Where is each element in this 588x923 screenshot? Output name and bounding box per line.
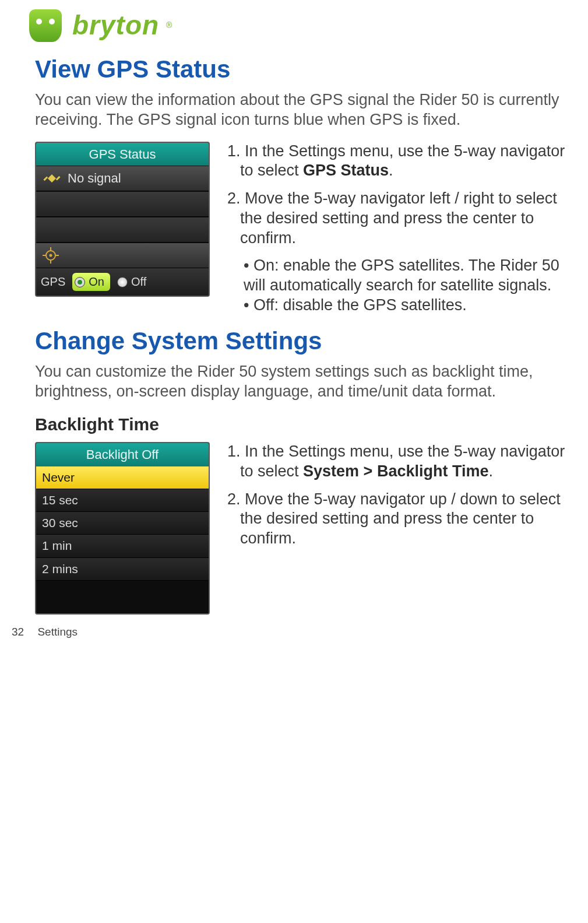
gps-radio-off[interactable]: Off: [117, 275, 146, 289]
backlight-option[interactable]: 1 min: [36, 535, 209, 557]
gps-signal-row: No signal: [36, 166, 209, 191]
gps-status-heading: View GPS Status: [35, 54, 576, 85]
system-settings-intro: You can customize the Rider 50 system se…: [35, 362, 576, 402]
gps-screen-title: GPS Status: [36, 143, 209, 166]
page-number: 32: [12, 626, 24, 638]
gps-step-1: 1. In the Settings menu, use the 5-way n…: [227, 142, 576, 181]
footer-section-name: Settings: [37, 626, 78, 638]
gps-target-row: [36, 243, 209, 268]
brand-wordmark: bryton: [72, 9, 159, 43]
svg-rect-1: [43, 176, 48, 181]
gps-step-2: 2. Move the 5-way navigator left / right…: [227, 189, 576, 248]
trademark-icon: ®: [166, 20, 172, 31]
system-settings-heading: Change System Settings: [35, 326, 576, 357]
gps-bottom-label: GPS: [41, 275, 65, 289]
gps-radio-off-label: Off: [131, 275, 146, 289]
backlight-step-1: 1. In the Settings menu, use the 5-way n…: [227, 442, 576, 482]
gps-empty-row: [36, 191, 209, 217]
backlight-screenshot: Backlight Off Never15 sec30 sec1 min2 mi…: [35, 442, 210, 615]
gps-radio-on-label: On: [89, 275, 104, 289]
page-footer: 32 Settings: [12, 625, 576, 639]
gps-status-screenshot: GPS Status No signal GPS On: [35, 142, 210, 297]
gps-signal-text: No signal: [68, 170, 121, 187]
gps-radio-on[interactable]: On: [72, 273, 110, 291]
gps-empty-row: [36, 217, 209, 243]
backlight-option[interactable]: Never: [36, 466, 209, 489]
gps-bullet-on: On: enable the GPS satellites. The Rider…: [244, 256, 576, 296]
svg-point-4: [50, 254, 52, 257]
backlight-option[interactable]: 15 sec: [36, 489, 209, 512]
backlight-screen-title: Backlight Off: [36, 443, 209, 466]
backlight-option[interactable]: 2 mins: [36, 558, 209, 581]
target-icon: [42, 247, 59, 264]
backlight-option[interactable]: 30 sec: [36, 512, 209, 535]
brand-logo-icon: [29, 9, 62, 42]
backlight-time-heading: Backlight Time: [35, 413, 576, 436]
svg-rect-0: [48, 174, 56, 183]
satellite-icon: [42, 170, 62, 187]
gps-bullet-off: Off: disable the GPS satellites.: [244, 296, 576, 315]
backlight-step-2: 2. Move the 5-way navigator up / down to…: [227, 490, 576, 549]
svg-rect-2: [56, 176, 61, 181]
gps-status-intro: You can view the information about the G…: [35, 90, 576, 130]
brand-header: bryton®: [29, 9, 576, 43]
